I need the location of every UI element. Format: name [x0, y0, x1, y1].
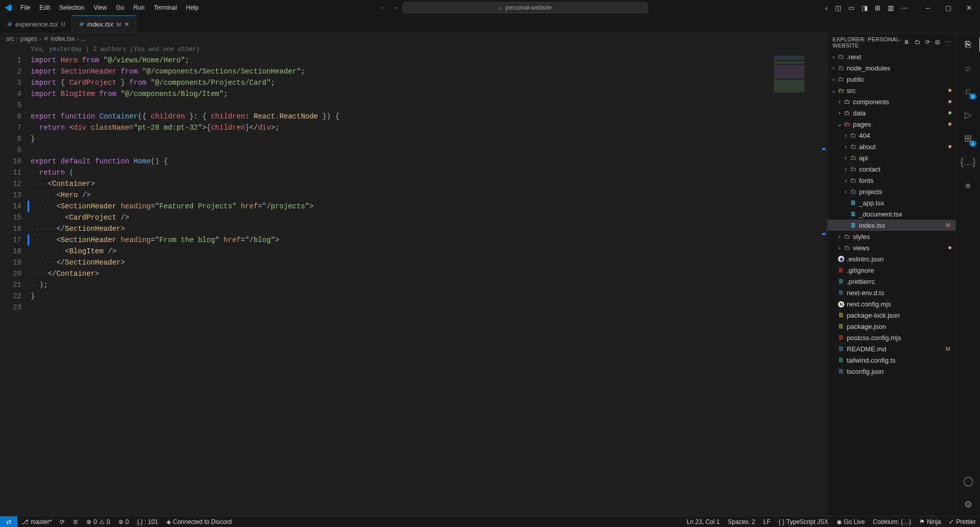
folder-data[interactable]: ›🗀data — [827, 107, 955, 118]
code-area[interactable]: 1234567891011121314151617181920212223 Yo… — [0, 44, 827, 516]
code-line[interactable]: import { CardProject } from "@/component… — [31, 77, 766, 88]
folder-public[interactable]: ›🗀public — [827, 74, 955, 85]
menu-run[interactable]: Run — [129, 2, 149, 13]
code-line[interactable]: ······<SectionHeader heading="From the b… — [31, 234, 766, 246]
codeium-status[interactable]: Codeium: {…} — [869, 516, 915, 527]
codelens[interactable]: You, yesterday | 2 authors (You and one … — [31, 44, 766, 55]
nav-back-icon[interactable]: ← — [379, 4, 386, 12]
file-next-config-mjs[interactable]: Nnext.config.mjs — [827, 298, 955, 309]
code-line[interactable]: ······</SectionHeader> — [31, 257, 766, 268]
nav-forward-icon[interactable]: → — [391, 4, 399, 12]
breadcrumb-segment[interactable]: src — [6, 35, 14, 42]
language-mode[interactable]: { } TypeScript JSX — [774, 516, 832, 527]
activity-run-debug[interactable]: ▷ — [961, 108, 975, 122]
code-line[interactable]: ··return ( — [31, 167, 766, 178]
remote-indicator[interactable]: ⇄ — [0, 516, 17, 527]
activity-settings[interactable]: ⚙ — [961, 497, 975, 512]
breadcrumbs[interactable]: src›pages›⚛ index.tsx›... — [0, 33, 827, 44]
ports-button[interactable]: ⊘ — [69, 516, 82, 527]
folder-styles[interactable]: ›🗀styles — [827, 231, 955, 242]
folder-fonts[interactable]: ›🗀fonts — [827, 175, 955, 186]
file-_document-tsx[interactable]: 🗎_document.tsx — [827, 208, 955, 220]
layout-toggle-icon[interactable]: ⫞ — [824, 4, 828, 12]
layout-sidebar-right-icon[interactable]: ◨ — [862, 4, 868, 12]
file-_app-tsx[interactable]: 🗎_app.tsx — [827, 197, 955, 208]
code-line[interactable]: ····</Container> — [31, 268, 766, 279]
file--eslintrc-json[interactable]: ◆.eslintrc.json — [827, 253, 955, 265]
activity-account[interactable]: ◯ — [961, 474, 975, 488]
menu-view[interactable]: View — [89, 2, 111, 13]
code-lines[interactable]: You, yesterday | 2 authors (You and one … — [31, 44, 827, 516]
eol[interactable]: LF — [759, 516, 774, 527]
code-line[interactable]: ····<Container> — [31, 178, 766, 189]
activity-bracket[interactable]: {…} — [961, 155, 975, 169]
code-line[interactable]: import Hero from "@/views/Home/Hero"; — [31, 55, 766, 66]
folder-contact[interactable]: ›🗀contact — [827, 163, 955, 175]
minimap[interactable] — [769, 56, 820, 321]
radio-status[interactable]: ⊚0 — [114, 516, 133, 527]
file-tsconfig-json[interactable]: 🗎tsconfig.json — [827, 366, 955, 377]
folder-src[interactable]: ⌄🗁src — [827, 85, 955, 96]
selection-status[interactable]: {.} : 101 — [133, 516, 162, 527]
code-line[interactable]: ··); — [31, 279, 766, 291]
code-line[interactable]: export function Container({ children }: … — [31, 111, 766, 122]
folder-about[interactable]: ›🗀about — [827, 141, 955, 152]
more-actions-icon[interactable]: ⋯ — [945, 39, 950, 45]
code-line[interactable]: ······</SectionHeader> — [31, 223, 766, 234]
folder-pages[interactable]: ⌄🗁pages — [827, 118, 955, 130]
menu-selection[interactable]: Selection — [55, 2, 88, 13]
code-line[interactable]: } — [31, 291, 766, 302]
folder-node_modules[interactable]: ›🗀node_modules — [827, 62, 955, 74]
breadcrumb-segment[interactable]: ... — [81, 35, 86, 42]
tab-close-icon[interactable]: ✕ — [124, 20, 130, 28]
menu-edit[interactable]: Edit — [35, 2, 54, 13]
activity-explorer[interactable]: ⎘ — [961, 37, 975, 52]
collapse-all-icon[interactable]: ⊟ — [935, 39, 940, 45]
new-folder-icon[interactable]: 🗀 — [915, 39, 920, 45]
code-line[interactable] — [31, 145, 766, 156]
go-live[interactable]: ◉Go Live — [832, 516, 869, 527]
command-center[interactable]: ⌕ personal-website — [403, 2, 648, 13]
code-line[interactable]: import BlogItem from "@/components/Blog/… — [31, 88, 766, 100]
file-next-env-d-ts[interactable]: 🗎next-env.d.ts — [827, 287, 955, 298]
code-line[interactable] — [31, 100, 766, 111]
git-branch[interactable]: ⎇master* — [17, 516, 56, 527]
new-file-icon[interactable]: 🗎 — [904, 39, 910, 45]
file-tailwind-config-ts[interactable]: 🗎tailwind.config.ts — [827, 354, 955, 366]
cursor-position[interactable]: Ln 23, Col 1 — [682, 516, 724, 527]
problems-button[interactable]: ⊗0 ⚠0 — [82, 516, 114, 527]
code-line[interactable]: ······<Hero /> — [31, 189, 766, 201]
ninja-status[interactable]: ⚑Ninja — [915, 516, 945, 527]
breadcrumb-segment[interactable]: pages — [20, 35, 37, 42]
file-package-json[interactable]: 🗎package.json — [827, 321, 955, 332]
code-line[interactable]: ········<CardProject /> — [31, 212, 766, 223]
file-tree[interactable]: ›🗀.next›🗀node_modules›🗀public⌄🗁src›🗀comp… — [827, 51, 955, 516]
indentation[interactable]: Spaces: 2 — [724, 516, 759, 527]
code-line[interactable]: import SectionHeader from "@/components/… — [31, 66, 766, 77]
sync-button[interactable]: ⟳ — [56, 516, 69, 527]
refresh-icon[interactable]: ⟳ — [925, 39, 930, 45]
breadcrumb-segment[interactable]: ⚛ index.tsx — [43, 35, 75, 42]
code-line[interactable]: ······<SectionHeader heading="Featured P… — [31, 201, 766, 212]
more-icon[interactable]: ⋯ — [901, 4, 908, 12]
menu-help[interactable]: Help — [182, 2, 203, 13]
folder-components[interactable]: ›🗀components — [827, 96, 955, 107]
code-line[interactable]: export default function Home() { — [31, 156, 766, 167]
prettier-status[interactable]: ✓Prettier — [945, 516, 980, 527]
tab-experience-tsx[interactable]: ⚛experience.tsxU — [0, 15, 72, 33]
tab-index-tsx[interactable]: ⚛index.tsxM✕ — [72, 15, 136, 33]
code-line[interactable]: ··return <div className="pt-28 md:pt-32"… — [31, 122, 766, 133]
activity-remote[interactable]: ⎈ — [961, 178, 975, 193]
close-icon[interactable]: ✕ — [962, 4, 976, 12]
code-line[interactable]: ········<BlogItem /> — [31, 246, 766, 257]
code-line[interactable]: } — [31, 133, 766, 145]
folder-404[interactable]: ›🗀404 — [827, 130, 955, 141]
file--gitignore[interactable]: 🗎.gitignore — [827, 265, 955, 276]
maximize-icon[interactable]: ▢ — [941, 4, 955, 12]
discord-status[interactable]: ◈Connected to Discord — [162, 516, 236, 527]
folder-views[interactable]: ›🗀views — [827, 242, 955, 253]
activity-search[interactable]: ⌕ — [961, 61, 975, 75]
folder-projects[interactable]: ›🗀projects — [827, 186, 955, 197]
file--prettierrc[interactable]: 🗎.prettierrc — [827, 276, 955, 287]
menu-go[interactable]: Go — [112, 2, 128, 13]
